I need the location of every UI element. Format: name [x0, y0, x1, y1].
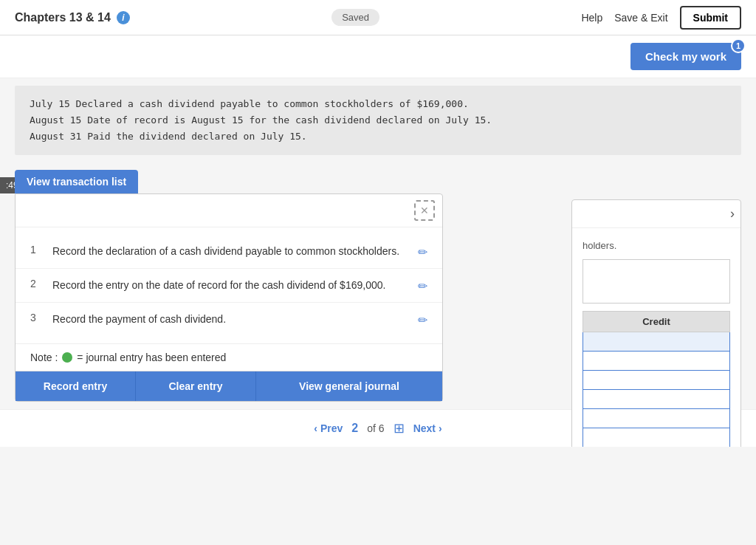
trans-text-1: Record the declaration of a cash dividen…: [52, 244, 408, 259]
trans-num-3: 3: [30, 312, 42, 323]
transaction-list: 1 Record the declaration of a cash divid…: [16, 227, 442, 343]
prev-button[interactable]: ‹ Prev: [314, 422, 343, 434]
close-icon: ✕: [420, 205, 429, 216]
popup-header: ✕: [16, 194, 442, 227]
credit-row[interactable]: [583, 332, 730, 352]
next-button[interactable]: Next ›: [413, 422, 442, 434]
main-content: View transaction list ✕ 1 Record the dec…: [0, 162, 756, 409]
next-arrow-icon: ›: [439, 422, 442, 434]
scenario-line-3: August 31 Paid the dividend declared on …: [30, 128, 726, 145]
check-badge: 1: [731, 38, 746, 53]
transaction-popup: ✕ 1 Record the declaration of a cash div…: [15, 193, 443, 402]
note-label: Note :: [30, 352, 58, 363]
credit-row[interactable]: [583, 352, 730, 371]
panel-input-area: [583, 259, 730, 304]
panel-nav: ›: [572, 200, 740, 228]
save-exit-button[interactable]: Save & Exit: [614, 12, 667, 24]
credit-row[interactable]: [583, 409, 730, 428]
header-left: Chapters 13 & 14 i: [15, 11, 130, 24]
edit-icon-1[interactable]: ✏: [418, 245, 427, 259]
credit-row[interactable]: [583, 371, 730, 390]
header-right: Help Save & Exit Submit: [581, 6, 741, 30]
panel-content: holders. Credit: [572, 228, 740, 447]
note-bar: Note : = journal entry has been entered: [16, 343, 442, 371]
submit-button[interactable]: Submit: [680, 6, 741, 30]
trans-text-2: Record the entry on the date of record f…: [52, 278, 408, 293]
note-text: = journal entry has been entered: [77, 352, 226, 363]
view-general-journal-button[interactable]: View general journal: [255, 371, 442, 401]
check-bar: Check my work 1: [0, 35, 756, 78]
page-title: Chapters 13 & 14: [15, 11, 111, 24]
panel-next-arrow[interactable]: ›: [730, 206, 735, 222]
popup-close-button[interactable]: ✕: [414, 200, 435, 221]
scenario-line-2: August 15 Date of record is August 15 fo…: [30, 112, 726, 128]
trans-text-3: Record the payment of cash dividend.: [52, 312, 408, 327]
clear-entry-button[interactable]: Clear entry: [135, 371, 255, 401]
green-dot-icon: [62, 352, 72, 363]
current-page: 2: [351, 422, 358, 435]
info-icon[interactable]: i: [117, 11, 130, 24]
edit-icon-2[interactable]: ✏: [418, 279, 427, 293]
help-link[interactable]: Help: [581, 12, 602, 24]
list-item: 2 Record the entry on the date of record…: [16, 269, 442, 303]
prev-arrow-icon: ‹: [314, 422, 317, 434]
record-entry-button[interactable]: Record entry: [16, 371, 135, 401]
panel-text: holders.: [583, 239, 730, 253]
credit-header: Credit: [583, 311, 730, 332]
credit-rows: [583, 332, 730, 448]
scenario-line-1: July 15 Declared a cash dividend payable…: [30, 96, 726, 112]
right-panel: › holders. Credit: [571, 199, 741, 447]
grid-icon[interactable]: ⊞: [394, 420, 405, 436]
header: Chapters 13 & 14 i Saved Help Save & Exi…: [0, 0, 756, 35]
credit-section: Credit: [583, 311, 730, 448]
edit-icon-3[interactable]: ✏: [418, 313, 427, 327]
list-item: 3 Record the payment of cash dividend. ✏: [16, 303, 442, 336]
saved-badge: Saved: [331, 9, 379, 26]
trans-num-2: 2: [30, 278, 42, 289]
action-buttons: Record entry Clear entry View general jo…: [16, 371, 442, 401]
trans-num-1: 1: [30, 244, 42, 256]
credit-row[interactable]: [583, 428, 730, 448]
view-transaction-button[interactable]: View transaction list: [15, 170, 138, 193]
page-total: of 6: [367, 422, 384, 434]
credit-row[interactable]: [583, 390, 730, 409]
list-item: 1 Record the declaration of a cash divid…: [16, 235, 442, 269]
scenario-box: July 15 Declared a cash dividend payable…: [15, 86, 741, 155]
check-my-work-button[interactable]: Check my work 1: [630, 43, 741, 70]
